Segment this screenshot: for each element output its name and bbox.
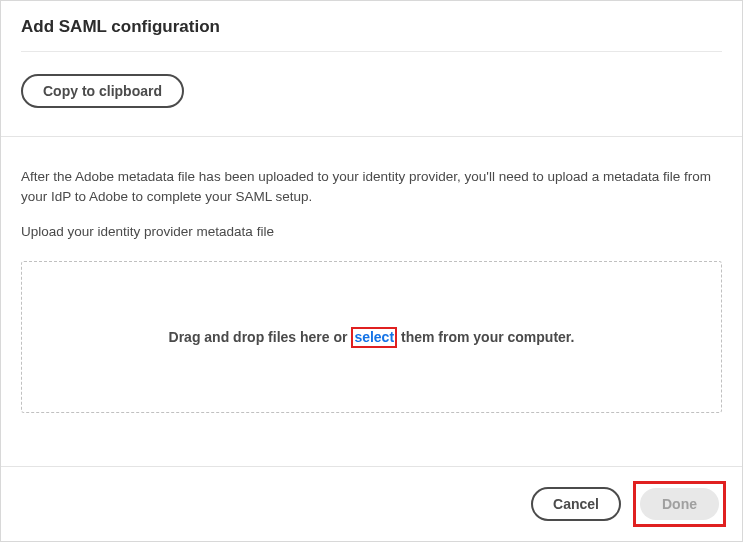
copy-to-clipboard-button[interactable]: Copy to clipboard <box>21 74 184 108</box>
done-highlight-annotation: Done <box>633 481 726 527</box>
done-button[interactable]: Done <box>640 488 719 520</box>
upload-label: Upload your identity provider metadata f… <box>21 224 722 239</box>
dialog-title: Add SAML configuration <box>21 17 722 37</box>
clipboard-section: Copy to clipboard <box>1 52 742 136</box>
select-file-link[interactable]: select <box>351 327 397 348</box>
dropzone-prefix: Drag and drop files here or <box>169 329 352 345</box>
upload-section: After the Adobe metadata file has been u… <box>1 137 742 433</box>
dropzone-suffix: them from your computer. <box>397 329 574 345</box>
file-dropzone[interactable]: Drag and drop files here or select them … <box>21 261 722 413</box>
dropzone-text: Drag and drop files here or select them … <box>169 327 575 348</box>
cancel-button[interactable]: Cancel <box>531 487 621 521</box>
dialog-header: Add SAML configuration <box>1 1 742 51</box>
upload-instruction-text: After the Adobe metadata file has been u… <box>21 167 722 206</box>
dialog-footer: Cancel Done <box>1 466 742 541</box>
